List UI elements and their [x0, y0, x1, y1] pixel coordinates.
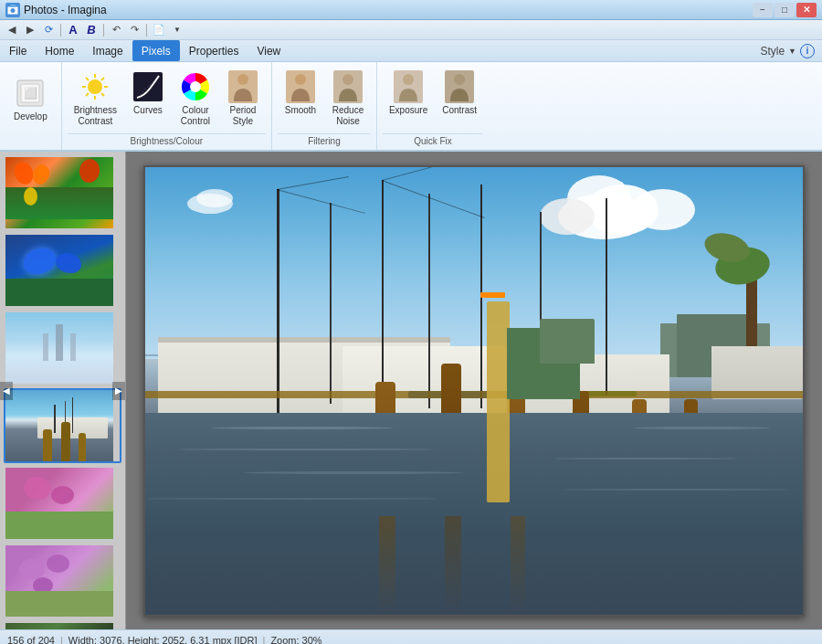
develop-group-label	[5, 134, 56, 150]
status-dimensions: Width: 3076, Height: 2052, 6.31 mpx [IDR…	[68, 635, 258, 645]
qa-back[interactable]: ◀	[4, 22, 20, 38]
contrast-icon	[443, 70, 476, 103]
main-image-container	[143, 165, 805, 617]
svg-point-21	[237, 74, 248, 85]
qa-forward[interactable]: ▶	[22, 22, 38, 38]
ribbon-section-brightness: BrightnessContrast Curves	[62, 62, 272, 150]
status-position: 156 of 204	[7, 635, 55, 645]
thumbnail-2[interactable]	[4, 233, 121, 308]
qa-undo[interactable]: ↶	[108, 22, 124, 38]
develop-icon: ⬜	[14, 77, 47, 110]
menu-properties[interactable]: Properties	[180, 40, 248, 61]
svg-rect-2	[10, 5, 16, 7]
ribbon-btn-colour[interactable]: ColourControl	[173, 66, 218, 132]
menu-view[interactable]: View	[248, 40, 290, 61]
svg-point-25	[342, 74, 353, 85]
ribbon-btn-smooth[interactable]: Smooth	[278, 66, 323, 121]
curves-label: Curves	[133, 105, 163, 116]
close-button[interactable]: ✕	[796, 3, 817, 17]
ribbon-btn-exposure[interactable]: Exposure	[383, 66, 434, 121]
menu-file[interactable]: File	[0, 40, 36, 61]
svg-line-11	[86, 78, 89, 80]
image-view	[126, 152, 822, 629]
menu-pixels[interactable]: Pixels	[132, 40, 180, 61]
style-dropdown[interactable]: ▼	[788, 47, 796, 56]
contrast-label: Contrast	[442, 105, 477, 116]
ribbon-section-quickfix: Exposure Contrast Quick Fix	[377, 62, 489, 150]
smooth-icon	[284, 70, 317, 103]
qa-new[interactable]: 📄	[151, 22, 167, 38]
sidebar-scroll-left[interactable]: ◀	[0, 382, 13, 400]
title-bar: Photos - Imagina − □ ✕	[0, 0, 822, 20]
status-sep-1: |	[60, 635, 63, 645]
svg-point-19	[190, 81, 201, 92]
menu-image[interactable]: Image	[83, 40, 132, 61]
status-bar: 156 of 204 | Width: 3076, Height: 2052, …	[0, 629, 822, 644]
ribbon: ⬜ Develop	[0, 62, 822, 152]
period-style-label: PeriodStyle	[230, 105, 257, 127]
quick-access-toolbar: ◀ ▶ ⟳ A B ↶ ↷ 📄 ▼	[0, 20, 822, 40]
menu-home[interactable]: Home	[36, 40, 83, 61]
thumb-canvas-3	[5, 312, 113, 384]
period-style-icon	[227, 70, 259, 103]
thumb-canvas-6	[5, 545, 113, 617]
colour-icon	[179, 70, 212, 103]
window-controls: − □ ✕	[753, 3, 817, 17]
thumbnail-6[interactable]	[4, 544, 121, 618]
qa-text-b[interactable]: B	[83, 22, 100, 38]
thumbnail-4[interactable]	[4, 388, 121, 463]
thumbnail-1[interactable]	[4, 155, 121, 230]
svg-point-1	[11, 8, 16, 13]
maximize-button[interactable]: □	[775, 3, 795, 17]
ribbon-btn-develop[interactable]: ⬜ Develop	[5, 72, 56, 127]
ribbon-btn-curves[interactable]: Curves	[125, 66, 171, 121]
ribbon-btn-contrast[interactable]: Contrast	[436, 66, 483, 121]
thumb-canvas-2	[5, 235, 113, 306]
develop-label: Develop	[14, 111, 47, 122]
svg-point-29	[454, 74, 465, 85]
qa-refresh[interactable]: ⟳	[40, 22, 57, 38]
thumbnail-3[interactable]	[4, 311, 121, 385]
qa-dropdown[interactable]: ▼	[169, 22, 185, 38]
status-sep-2: |	[263, 635, 266, 645]
qa-redo[interactable]: ↷	[126, 22, 142, 38]
minimize-button[interactable]: −	[753, 3, 773, 17]
qa-text-a[interactable]: A	[65, 22, 81, 38]
thumb-canvas-7	[5, 623, 113, 629]
ribbon-btn-period-style[interactable]: PeriodStyle	[220, 66, 266, 132]
thumbnail-sidebar[interactable]: ◀ ▶	[0, 152, 126, 629]
svg-point-6	[88, 79, 102, 94]
svg-line-13	[101, 78, 104, 80]
brightness-group-label: Brightness/Colour	[68, 133, 266, 150]
svg-line-14	[86, 93, 89, 96]
thumbnail-7[interactable]	[4, 621, 121, 629]
ribbon-btn-reduce-noise[interactable]: ReduceNoise	[325, 66, 371, 132]
harbor-image	[145, 167, 803, 615]
window-title: Photos - Imagina	[24, 4, 107, 16]
exposure-label: Exposure	[389, 105, 427, 116]
thumbnail-5[interactable]	[4, 466, 121, 541]
menu-right-area: Style ▼ i	[760, 40, 822, 61]
svg-point-27	[403, 74, 414, 85]
thumb-canvas-1	[5, 157, 113, 228]
colour-label: ColourControl	[181, 105, 210, 127]
style-label[interactable]: Style	[760, 45, 785, 58]
thumb-canvas-5	[5, 468, 113, 539]
thumb-canvas-4	[5, 390, 113, 461]
svg-text:⬜: ⬜	[24, 86, 37, 100]
svg-point-23	[295, 74, 306, 85]
quickfix-group-label: Quick Fix	[383, 133, 483, 150]
svg-line-12	[101, 93, 104, 96]
ribbon-section-filtering: Smooth ReduceNoise Filtering	[272, 62, 377, 150]
sidebar-scroll-right[interactable]: ▶	[112, 382, 125, 400]
ribbon-btn-brightness[interactable]: BrightnessContrast	[68, 66, 123, 132]
ribbon-section-develop: ⬜ Develop	[0, 62, 62, 150]
status-zoom: Zoom: 30%	[270, 635, 321, 645]
menu-bar: File Home Image Pixels Properties View S…	[0, 40, 822, 62]
exposure-icon	[392, 70, 425, 103]
app-icon	[5, 3, 20, 17]
reduce-noise-icon	[332, 70, 364, 103]
curves-icon	[132, 70, 164, 103]
info-icon[interactable]: i	[800, 44, 815, 58]
smooth-label: Smooth	[285, 105, 316, 116]
